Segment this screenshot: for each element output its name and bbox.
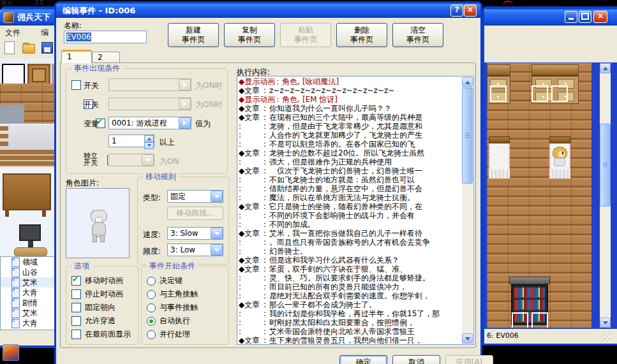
command-list-scrollbar[interactable]	[462, 77, 473, 344]
command-line[interactable]: ◆文章:你知道我为什么一直叫你儿子吗？？	[239, 104, 462, 113]
event-page-button[interactable]: 粘贴 事件页	[280, 23, 331, 47]
self-switch-dropdown-icon[interactable]	[142, 154, 154, 166]
move-freq-dropdown-icon[interactable]	[211, 244, 223, 256]
command-line[interactable]: ◆文章:那么一辈子都不会成为骑士了。	[239, 300, 462, 309]
trigger-row[interactable]: 与事件接触	[147, 301, 227, 314]
command-line[interactable]: ◆显示动画:角色, [咏唱魔法]	[239, 77, 462, 86]
event-name-input[interactable]: EV006	[64, 31, 147, 43]
command-line[interactable]: ::不同的环境下会影响骑士的战斗力，并会有	[239, 211, 462, 220]
map-tree-item[interactable]: 大青	[1, 288, 54, 298]
dialog-footer-button[interactable]: 确定	[339, 355, 387, 364]
switch2-combo[interactable]	[108, 98, 191, 110]
event-cell-marker[interactable]	[532, 85, 548, 102]
trigger-row[interactable]: 自动执行	[147, 314, 227, 328]
trigger-radio[interactable]	[147, 317, 156, 326]
switch1-combo[interactable]	[108, 78, 191, 91]
variable-combo[interactable]: 0001: 游戏进程	[108, 117, 191, 129]
variable-picker-icon[interactable]	[179, 117, 191, 129]
command-line[interactable]: ::灵、快、巧。所以要求剑手的身法都足够矫捷。	[239, 273, 462, 282]
command-line[interactable]: ◆文章:艾米，我一直把你当做我自己的儿子一样看待	[239, 229, 462, 238]
help-icon[interactable]: ?	[450, 4, 463, 17]
palette-furniture-tiles[interactable]	[0, 167, 56, 256]
command-line[interactable]: ::不同的加成。	[239, 220, 462, 229]
command-line[interactable]: ::艾米帝国会派特使向北哈米人帝国求雪狼王	[239, 327, 462, 336]
event-cell-marker[interactable]	[532, 312, 548, 328]
command-line[interactable]: ◆显示动画:角色, [EM 惊讶]	[239, 95, 462, 104]
save-project-button[interactable]	[41, 41, 54, 54]
event-cell-marker[interactable]	[551, 85, 568, 102]
scrollbar-thumb[interactable]	[600, 124, 611, 207]
map-canvas[interactable]	[487, 63, 591, 328]
menu-edit[interactable]: 编辑	[41, 27, 56, 39]
command-line[interactable]: ::时刚好黑太阳和白太阳要重合，按照惯例，	[239, 318, 462, 327]
move-type-dropdown-icon[interactable]	[211, 191, 223, 202]
close-icon[interactable]: ×	[464, 4, 477, 17]
command-line[interactable]: ::魔法，所以在单挑方面无法与龙骑士抗衡。	[239, 193, 462, 202]
map-tree-item[interactable]: 剧情	[1, 298, 54, 308]
map-vertical-scrollbar[interactable]	[600, 63, 611, 328]
map-tree-item[interactable]: 艾米	[1, 277, 54, 288]
command-line[interactable]: ◆文章:z~z~z~z~z~z~z~z~z~z~z~z~	[239, 86, 462, 95]
option-row[interactable]: 固定朝向	[71, 301, 137, 314]
menu-file[interactable]: 文件(F)	[5, 27, 29, 39]
move-route-button[interactable]: 移动路线...	[167, 207, 223, 220]
command-line[interactable]: ::龙骑，但是由于飞龙非常稀少，尤其是愿意和	[239, 122, 462, 131]
command-line[interactable]: ◆文章:但是这和我学习什么武器有什么关系？	[239, 256, 462, 265]
move-freq-select[interactable]: 3: Low	[167, 244, 223, 256]
map-window-titlebar[interactable]: ×	[484, 9, 617, 25]
self-switch-combo[interactable]	[108, 154, 154, 166]
event-graphic-preview[interactable]	[66, 188, 130, 258]
minimize-button[interactable]	[565, 11, 577, 23]
event-page-tab[interactable]: 1	[61, 50, 92, 63]
option-row[interactable]: 允许穿透	[71, 314, 137, 328]
dialog-titlebar[interactable]: 编辑事件 - ID:006 ? ×	[56, 3, 480, 18]
command-line[interactable]: ::人合作的飞龙就更加稀少了，飞龙骑士的产生	[239, 131, 462, 140]
event-page-tab[interactable]: 2	[92, 52, 120, 63]
option-checkbox[interactable]	[71, 316, 81, 326]
move-type-select[interactable]: 固定	[167, 190, 223, 203]
command-line[interactable]: ::强大，但是很难作为正规的兵种使用	[239, 157, 462, 166]
map-tree-item[interactable]: 山谷	[1, 267, 54, 277]
stepper-down-icon[interactable]	[144, 142, 154, 149]
command-line[interactable]: ::借助结界的力量，悬浮在空中，但是幻兽不会	[239, 184, 462, 193]
command-line[interactable]: ::是绝对无法配合双手剑需要的速度。你想学剑，	[239, 291, 462, 300]
variable-amount-stepper[interactable]: 1	[108, 135, 154, 147]
option-checkbox[interactable]	[71, 330, 81, 339]
scroll-down-icon[interactable]	[462, 333, 473, 344]
option-checkbox[interactable]	[71, 289, 81, 299]
palette-wall-tiles[interactable]	[0, 125, 56, 150]
command-line[interactable]: ::不是可以刻意培养的。在各个国家已知的飞	[239, 140, 462, 149]
event-page-button[interactable]: 删除 事件页	[336, 23, 387, 47]
map-tree-item[interactable]: 领域	[1, 257, 54, 267]
taskbar-thumbnail-icon[interactable]	[3, 344, 19, 361]
command-line[interactable]: ◆文章:龙骑士的总数不超过20位。所以飞龙骑士虽然	[239, 149, 462, 157]
tileset-palette[interactable]	[0, 59, 56, 256]
command-line[interactable]: ::而目前已知的所有的灵兽只能提供冲力，	[239, 282, 462, 291]
switch2-picker-icon[interactable]	[179, 98, 191, 110]
scroll-down-icon[interactable]	[600, 317, 611, 328]
palette-gray-tile[interactable]	[0, 105, 24, 124]
command-line[interactable]: ::幻兽骑士。	[239, 247, 462, 256]
close-icon[interactable]: ×	[593, 11, 607, 23]
event-page-button[interactable]: 新建 事件页	[168, 23, 219, 47]
switch1-picker-icon[interactable]	[179, 79, 191, 91]
option-row[interactable]: 停止时动画	[71, 288, 137, 301]
switch1-checkbox[interactable]	[71, 80, 81, 90]
resize-grip[interactable]	[603, 333, 611, 341]
trigger-row[interactable]: 并行处理	[147, 328, 227, 341]
map-tree-item[interactable]: 大青	[1, 318, 54, 328]
command-line[interactable]: ◆文章:笨蛋，双手剑的六字诀在于狠、猛、准、	[239, 265, 462, 273]
dialog-footer-button[interactable]: 取消	[392, 355, 440, 364]
command-listbox[interactable]: ◆显示动画:角色, [咏唱魔法] ◆文章:z~z~z~z~z~z~z~z~z~z…	[237, 76, 474, 345]
command-line[interactable]: ::。而且也只有帝国贵族称号的人才有机会去竞争	[239, 238, 462, 247]
map-tree-list[interactable]: 领域 山谷 艾米 大青 剧情 艾米	[0, 256, 55, 330]
command-line[interactable]: ◆文章:在现有已知的三个大陆中，最高等级的兵种是	[239, 113, 462, 122]
command-line[interactable]: ◆文章:生下来的雪狼灵兽五只，我想向他们借一只，	[239, 336, 462, 344]
option-checkbox[interactable]	[71, 303, 81, 312]
option-row[interactable]: 在最前面显示	[71, 328, 137, 341]
dialog-footer-button[interactable]: 应用(A)	[445, 355, 493, 364]
trigger-radio[interactable]	[147, 330, 156, 339]
scrollbar-thumb[interactable]	[462, 88, 473, 184]
event-page-button[interactable]: 复制 事件页	[224, 23, 275, 47]
trigger-radio[interactable]	[147, 277, 156, 286]
